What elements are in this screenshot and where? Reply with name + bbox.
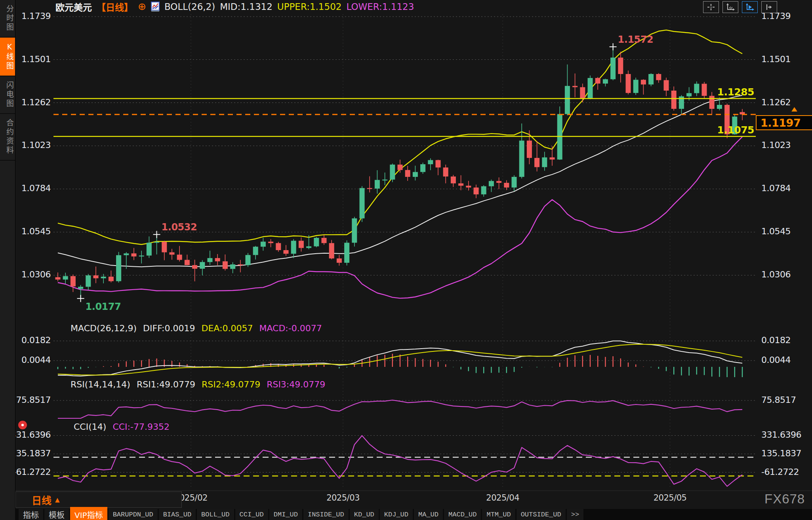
extreme-cross-marker xyxy=(77,295,84,302)
candle-body xyxy=(208,258,213,262)
resistance-level-label: 1.1285 xyxy=(717,86,754,98)
indicator-tabbar: 指标模板VIP指标BARUPDN_UDBIAS_UDBOLL_UDCCI_UDD… xyxy=(15,509,812,520)
candle-body xyxy=(367,188,372,189)
bottom-tab-inside-ud[interactable]: INSIDE_UD xyxy=(303,509,349,520)
collapse-panel-icon[interactable] xyxy=(761,1,777,13)
price-tick-left: 1.1262 xyxy=(21,97,51,107)
rsi-tick-right: 75.8517 xyxy=(761,395,796,405)
sidebar-item-kline-chart[interactable]: K线图 xyxy=(0,38,15,76)
candle-body xyxy=(124,253,129,255)
candle-body xyxy=(580,87,585,99)
bottom-tab-dmi-ud[interactable]: DMI_UD xyxy=(269,509,302,520)
price-tick-left: 1.1501 xyxy=(21,54,51,64)
candle-body xyxy=(185,260,190,265)
cci-tick-left: -61.2722 xyxy=(13,467,51,477)
candle-body xyxy=(86,275,91,287)
bottom-tab-indicators[interactable]: 指标 xyxy=(19,509,43,520)
axis-scale-icon[interactable] xyxy=(722,1,738,13)
candle-body xyxy=(572,86,578,87)
candle-body xyxy=(322,238,327,243)
crosshair-move-icon[interactable] xyxy=(703,1,719,13)
last-price-box: 1.1197 xyxy=(756,115,812,130)
bottom-tab-boll-ud[interactable]: BOLL_UD xyxy=(197,509,234,520)
sidebar-item-flash-chart[interactable]: 闪电图 xyxy=(0,76,15,114)
cci-tick-right: 135.1837 xyxy=(761,448,801,458)
candle-body xyxy=(443,167,448,176)
bottom-tab-barupdn-ud[interactable]: BARUPDN_UD xyxy=(109,509,158,520)
chart-canvas[interactable]: 2025/022025/032025/042025/051.17391.1739… xyxy=(0,0,812,520)
price-tick-left: 1.0545 xyxy=(21,226,51,236)
bottom-tab-kd-ud[interactable]: KD_UD xyxy=(350,509,379,520)
cci-tick-right: 331.6396 xyxy=(761,430,801,440)
candle-body xyxy=(344,243,349,263)
candle-body xyxy=(230,264,235,269)
extreme-cross-marker xyxy=(610,43,617,50)
candle-body xyxy=(398,165,403,170)
boll-params-label: BOLL(26,2) xyxy=(164,2,215,12)
macd-macd-value: MACD:-0.0077 xyxy=(259,323,322,333)
candle-body xyxy=(109,277,114,281)
boll-lower-value: LOWER:1.1123 xyxy=(346,2,414,12)
price-tick-right: 1.1262 xyxy=(761,97,791,107)
period-dropdown-arrow-icon[interactable]: ▲ xyxy=(55,496,60,503)
bottom-tab-more[interactable]: >> xyxy=(567,509,583,520)
bottom-tab-kdj-ud[interactable]: KDJ_UD xyxy=(380,509,413,520)
candle-body xyxy=(154,242,159,243)
price-tick-right: 1.0784 xyxy=(761,183,791,193)
candle-body xyxy=(481,186,486,195)
bottom-tab-cci-ud[interactable]: CCI_UD xyxy=(235,509,268,520)
candle-body xyxy=(352,218,357,243)
price-tick-left: 1.0784 xyxy=(21,183,51,193)
candle-body xyxy=(116,255,121,281)
candle-body xyxy=(534,158,539,167)
chart-type-icon[interactable] xyxy=(151,2,160,12)
bottom-tab-bias-ud[interactable]: BIAS_UD xyxy=(159,509,196,520)
candle-body xyxy=(291,241,296,254)
bottom-tab-outside-ud[interactable]: OUTSIDE_UD xyxy=(517,509,566,520)
plus-circle-icon[interactable]: ⊕ xyxy=(138,3,146,11)
price-tick-right: 1.1023 xyxy=(761,140,791,150)
bottom-tab-ma-ud[interactable]: MA_UD xyxy=(414,509,443,520)
candle-body xyxy=(527,140,532,158)
macd-diff-value: DIFF:0.0019 xyxy=(143,323,195,333)
candle-body xyxy=(451,176,456,183)
macd-tick-left: 0.0182 xyxy=(21,335,51,345)
rsi-line xyxy=(58,400,742,418)
candle-body xyxy=(458,183,463,186)
rsi-title: RSI(14,14,14) xyxy=(71,380,130,389)
candle-body xyxy=(375,180,380,189)
candle-body xyxy=(618,58,623,74)
bottom-tab-mtm-ud[interactable]: MTM_UD xyxy=(482,509,515,520)
candle-body xyxy=(329,243,334,258)
latest-price-arrow-icon[interactable]: ▲ xyxy=(791,107,797,111)
period-selector[interactable]: 日线 ▲ xyxy=(15,492,182,508)
sidebar-item-contract-info[interactable]: 合约资料 xyxy=(0,114,15,161)
candle-body xyxy=(132,253,137,256)
boll-mid-value: MID:1.1312 xyxy=(220,2,273,12)
candle-body xyxy=(626,74,631,93)
bottom-tab-templates[interactable]: 模板 xyxy=(44,509,69,520)
candle-body xyxy=(664,80,669,91)
candle-body xyxy=(390,165,395,180)
sidebar-item-time-share-chart[interactable]: 分时图 xyxy=(0,0,15,38)
candle-body xyxy=(512,177,517,188)
candle-body xyxy=(489,181,494,186)
candle-body xyxy=(261,242,266,247)
period-label[interactable]: 日线 xyxy=(32,493,51,507)
macd-title: MACD(26,12,9) xyxy=(71,323,137,333)
candle-body xyxy=(633,80,639,93)
candle-body xyxy=(405,170,410,177)
cci-tick-left: 331.6396 xyxy=(11,430,51,440)
axis-play-zoom-icon[interactable] xyxy=(742,1,758,13)
bottom-tab-vip-indicators[interactable]: VIP指标 xyxy=(70,509,107,520)
candle-body xyxy=(550,158,555,159)
candle-body xyxy=(268,242,273,243)
price-annotation-high: 1.1572 xyxy=(618,34,654,45)
candle-body xyxy=(686,93,692,96)
candle-body xyxy=(306,246,311,248)
candle-body xyxy=(78,287,83,289)
candle-body xyxy=(71,276,76,287)
candle-body xyxy=(610,58,616,80)
candle-body xyxy=(215,258,220,261)
bottom-tab-macd-ud[interactable]: MACD_UD xyxy=(444,509,481,520)
